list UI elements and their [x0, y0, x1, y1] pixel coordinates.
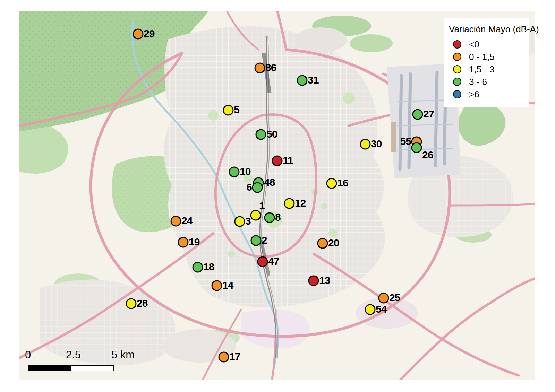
legend-swatch-3-6-icon: [453, 78, 461, 86]
station-label: 8: [275, 212, 281, 223]
station-label: 20: [328, 238, 339, 248]
station-dot[interactable]: [257, 256, 268, 267]
station-label: 2: [262, 235, 267, 245]
legend-item-label: 0 - 1,5: [469, 52, 495, 62]
station-dot[interactable]: [308, 276, 319, 286]
station-label: 14: [222, 280, 233, 290]
station-dot[interactable]: [326, 178, 337, 189]
station-label: 55: [400, 136, 411, 147]
station-dot[interactable]: [411, 142, 422, 153]
scale-label-5km: 5 km: [111, 349, 135, 361]
station-label: 5: [234, 105, 239, 115]
scale-label-2-5: 2.5: [66, 349, 81, 361]
station-dot[interactable]: [297, 75, 308, 86]
station-dot[interactable]: [219, 352, 229, 363]
legend-swatch-lt0-icon: [453, 40, 461, 49]
station-dot[interactable]: [284, 198, 295, 209]
station-dot[interactable]: [378, 293, 389, 304]
station-dot[interactable]: [250, 210, 261, 221]
station-dot[interactable]: [193, 262, 203, 273]
scale-label-0: 0: [25, 349, 31, 361]
scale-bar: 0 2.5 5 km: [22, 349, 136, 373]
station-label: 54: [376, 304, 386, 314]
station-label: 13: [319, 275, 330, 286]
legend-item-label: >6: [469, 89, 479, 100]
station-label: 28: [137, 298, 147, 308]
legend-swatch-gt6-icon: [453, 90, 461, 98]
station-label: 29: [144, 28, 154, 39]
station-label: 25: [389, 293, 400, 303]
station-dot[interactable]: [256, 129, 266, 140]
station-label: 10: [240, 166, 250, 177]
station-label: 6: [246, 182, 252, 192]
station-dot[interactable]: [212, 280, 222, 291]
legend-item-label: <0: [469, 39, 479, 50]
station-dot[interactable]: [229, 167, 240, 177]
station-label: 11: [283, 155, 293, 166]
station-label: 12: [295, 198, 306, 208]
station-dot[interactable]: [126, 298, 137, 309]
legend-swatch-0-15-icon: [453, 53, 461, 61]
station-label: 31: [308, 75, 318, 85]
station-dot[interactable]: [171, 216, 181, 227]
legend-title: Variación Mayo (dB-A): [449, 24, 526, 35]
station-label: 17: [229, 351, 240, 362]
station-label: 16: [337, 178, 348, 188]
legend-item: >6: [448, 88, 526, 101]
station-label: 47: [268, 256, 279, 267]
legend-item: 3 - 6: [448, 76, 526, 88]
scale-bar-graphic: [28, 365, 114, 371]
legend-item-label: 3 - 6: [469, 77, 487, 87]
legend-item-label: 1,5 - 3: [469, 64, 495, 75]
station-label: 3: [245, 216, 251, 226]
station-dot[interactable]: [365, 304, 376, 315]
station-dot[interactable]: [264, 212, 275, 223]
station-dot[interactable]: [234, 216, 245, 227]
station-dot[interactable]: [178, 237, 189, 248]
station-dot[interactable]: [360, 139, 371, 150]
legend-swatch-15-3-icon: [453, 65, 461, 73]
station-dot[interactable]: [317, 238, 328, 249]
legend-item: <0: [448, 38, 526, 51]
legend-item: 1,5 - 3: [448, 63, 526, 76]
map-figure: 29 86 31 5 27 50 30 55 26 11: [0, 0, 555, 392]
station-dot[interactable]: [252, 182, 263, 193]
station-label: 27: [423, 109, 434, 119]
station-label: 48: [264, 177, 275, 188]
station-label: 50: [266, 129, 277, 139]
station-dot[interactable]: [133, 29, 144, 40]
station-label: 26: [422, 150, 433, 160]
station-label: 1: [259, 201, 265, 211]
station-label: 24: [181, 216, 192, 226]
station-dot[interactable]: [251, 235, 262, 246]
station-dot[interactable]: [255, 63, 265, 73]
station-label: 18: [203, 262, 214, 272]
station-label: 19: [189, 237, 199, 247]
station-label: 30: [371, 139, 382, 149]
station-label: 86: [265, 62, 276, 73]
scale-bar-black-segment: [29, 366, 71, 371]
station-dot[interactable]: [272, 156, 283, 166]
station-dot[interactable]: [412, 109, 423, 120]
station-dot[interactable]: [223, 105, 234, 116]
legend-item: 0 - 1,5: [448, 51, 526, 63]
legend: Variación Mayo (dB-A) <0 0 - 1,5 1,5 - 3…: [444, 18, 529, 107]
